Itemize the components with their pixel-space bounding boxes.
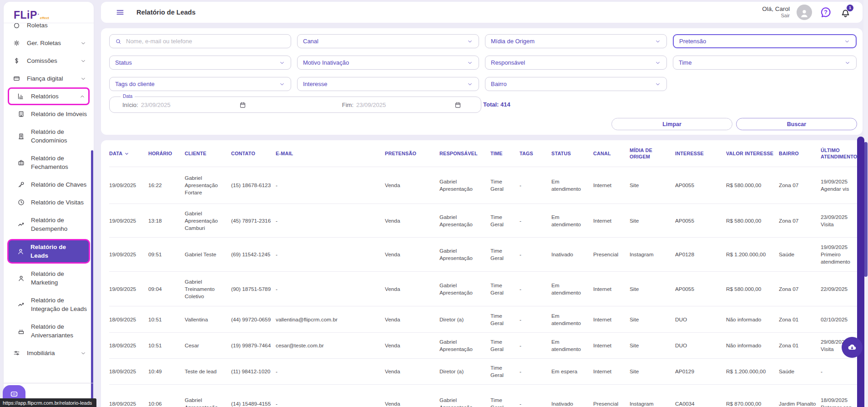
person-icon	[17, 275, 25, 282]
table-row[interactable]: 19/09/202509:51Gabriel Teste(69) 11542-1…	[109, 238, 863, 272]
sidebar-item-label: Relatório de Integração de Leads	[31, 296, 89, 313]
sidebar-item-relatorios[interactable]: Relatórios	[8, 87, 90, 105]
sidebar-item-relatorio-integracao-leads[interactable]: Relatório de Integração de Leads	[4, 291, 94, 318]
column-header-label: VALOR INTERESSE	[726, 151, 773, 156]
table-cell: Time Geral	[490, 238, 520, 272]
table-row[interactable]: 19/09/202516:22Gabriel Apresentação Fort…	[109, 167, 863, 204]
column-header-pretens-o[interactable]: PRETENSÃO	[385, 140, 439, 167]
table-row[interactable]: 19/09/202513:18Gabriel Apresentação Camb…	[109, 204, 863, 238]
filter-dropdown-tags-do-cliente[interactable]: Tags do cliente	[109, 77, 291, 91]
help-button[interactable]: ?	[819, 5, 833, 19]
date-range-field[interactable]: Data Início: 23/09/2025 Fim: 23/09/2025	[109, 97, 481, 113]
table-cell: Gabriel Apresentação Camburi	[185, 204, 231, 238]
table-cell: -	[276, 167, 385, 204]
table-cell: Internet	[593, 359, 630, 385]
column-header--ltimo-atendimento[interactable]: ÚLTIMO ATENDIMENTO	[821, 140, 863, 167]
column-header-m-dia-de-origem[interactable]: MÍDIA DE ORIGEM	[630, 140, 675, 167]
export-download-button[interactable]	[842, 337, 863, 358]
user-greeting: Olá, Carol Sair	[762, 6, 790, 19]
table-cell: Instagram	[630, 385, 675, 407]
filter-dropdown-canal[interactable]: Canal	[297, 34, 479, 48]
column-header-interesse[interactable]: INTERESSE	[675, 140, 726, 167]
column-header-valor-interesse[interactable]: VALOR INTERESSE	[726, 140, 779, 167]
sidebar-item-relatorio-desempenho[interactable]: Relatório de Desempenho	[4, 211, 94, 238]
table-cell: Venda	[385, 359, 439, 385]
sidebar-item-fianca-digital[interactable]: Fiança digital	[4, 70, 94, 87]
column-header-respons-vel[interactable]: RESPONSÁVEL	[439, 140, 490, 167]
column-header-bairro[interactable]: BAIRRO	[779, 140, 821, 167]
avatar[interactable]	[797, 5, 812, 20]
sidebar-item-relatorio-leads[interactable]: Relatório de Leads	[7, 239, 90, 264]
column-header-canal[interactable]: CANAL	[593, 140, 630, 167]
chevron-down-icon	[467, 38, 473, 45]
sidebar-item-relatorio-imoveis[interactable]: Relatório de Imóveis	[4, 105, 94, 123]
table-cell: -	[520, 359, 551, 385]
chevron-up-icon	[79, 93, 86, 100]
table-cell: Saúde	[779, 359, 821, 385]
date-end-value[interactable]: 23/09/2025	[356, 102, 386, 108]
logo[interactable]: FLiP˙effect	[4, 2, 94, 23]
filter-dropdown-status[interactable]: Status	[109, 56, 291, 70]
column-header-hor-rio[interactable]: HORÁRIO	[148, 140, 185, 167]
chevron-down-icon	[80, 350, 86, 356]
table-scrollbar[interactable]	[857, 137, 864, 407]
sidebar-item-imobiliaria[interactable]: Imobiliária	[4, 344, 94, 362]
table-cell: -	[520, 272, 551, 306]
chevron-down-icon	[279, 60, 285, 66]
sidebar-item-relatorio-marketing[interactable]: Relatório de Marketing	[4, 265, 94, 291]
filter-dropdown-m-dia-de-origem[interactable]: Mídia de Origem	[485, 34, 667, 48]
sidebar-item-comissoes[interactable]: Comissões	[4, 52, 94, 70]
table-cell: -	[520, 167, 551, 204]
table-cell: Venda	[385, 272, 439, 306]
filter-dropdown-pretens-o[interactable]: Pretensão	[673, 34, 857, 48]
table-row[interactable]: 19/09/202509:04Gabriel Treinamento Colet…	[109, 272, 863, 306]
trend-icon	[17, 221, 25, 229]
calendar-icon[interactable]	[454, 101, 462, 109]
table-cell: 09:04	[148, 272, 185, 306]
page-scrollbar-thumb[interactable]	[864, 142, 868, 277]
table-cell: Time Geral	[490, 204, 520, 238]
table-cell: 19/09/2025	[109, 167, 148, 204]
table-cell: Presencial	[593, 238, 630, 272]
table-row[interactable]: 18/09/202510:49Teste de lead(11) 98412-1…	[109, 359, 863, 385]
logo-suffix: effect	[40, 16, 49, 20]
sidebar-item-relatorio-chaves[interactable]: Relatório de Chaves	[4, 176, 94, 193]
sidebar-item-relatorio-visitas[interactable]: Relatório de Visitas	[4, 193, 94, 211]
column-header-tags[interactable]: TAGS	[520, 140, 551, 167]
notifications-button[interactable]: 1	[839, 6, 852, 19]
sidebar-item-label: Relatório de Imóveis	[31, 110, 87, 118]
menu-icon[interactable]	[116, 8, 125, 17]
column-header-label: PRETENSÃO	[385, 151, 416, 156]
column-header-contato[interactable]: CONTATO	[231, 140, 276, 167]
sidebar-item-relatorio-fechamentos[interactable]: Relatório de Fechamentos	[4, 149, 94, 176]
sidebar-item-ger-roletas[interactable]: Ger. Roletas	[4, 34, 94, 52]
column-header-status[interactable]: STATUS	[551, 140, 593, 167]
sidebar-item-label: Imobiliária	[27, 349, 55, 357]
filter-dropdown-motivo-inativa-o[interactable]: Motivo Inativação	[297, 56, 479, 70]
table-cell: (11) 98412-1020	[231, 359, 276, 385]
sidebar-scrollbar[interactable]	[91, 150, 93, 400]
column-header-e-mail[interactable]: E-MAIL	[276, 140, 385, 167]
date-start-value[interactable]: 23/09/2025	[141, 102, 171, 108]
sidebar-item-relatorio-condominios[interactable]: Relatório de Condomínios	[4, 123, 94, 149]
filter-dropdown-bairro[interactable]: Bairro	[485, 77, 667, 91]
sidebar-item-roletas[interactable]: Roletas	[4, 23, 94, 34]
date-end-label: Fim:	[342, 102, 353, 108]
sidebar-item-relatorio-aniversariantes[interactable]: Relatório de Aniversariantes	[4, 318, 94, 344]
column-header-time[interactable]: TIME	[490, 140, 520, 167]
table-row[interactable]: 18/09/202510:51Cesar(19) 99879-7464cesar…	[109, 333, 863, 359]
calendar-icon[interactable]	[239, 101, 247, 109]
filter-dropdown-interesse[interactable]: Interesse	[297, 77, 479, 91]
logout-link[interactable]: Sair	[762, 12, 790, 19]
search-field[interactable]	[109, 34, 291, 48]
table-row[interactable]: 18/09/202510:51Vallentina(44) 99720-0659…	[109, 306, 863, 333]
clear-button[interactable]: Limpar	[611, 118, 732, 130]
search-button[interactable]: Buscar	[736, 118, 857, 130]
search-input[interactable]	[125, 37, 285, 45]
table-row[interactable]: 18/09/202510:06Gabriel Apresentação(14) …	[109, 385, 863, 407]
filter-dropdown-time[interactable]: Time	[673, 56, 857, 70]
filter-dropdown-respons-vel[interactable]: Responsável	[485, 56, 667, 70]
table-cell: -	[821, 359, 863, 385]
column-header-data[interactable]: DATA	[109, 140, 148, 167]
column-header-cliente[interactable]: CLIENTE	[185, 140, 231, 167]
